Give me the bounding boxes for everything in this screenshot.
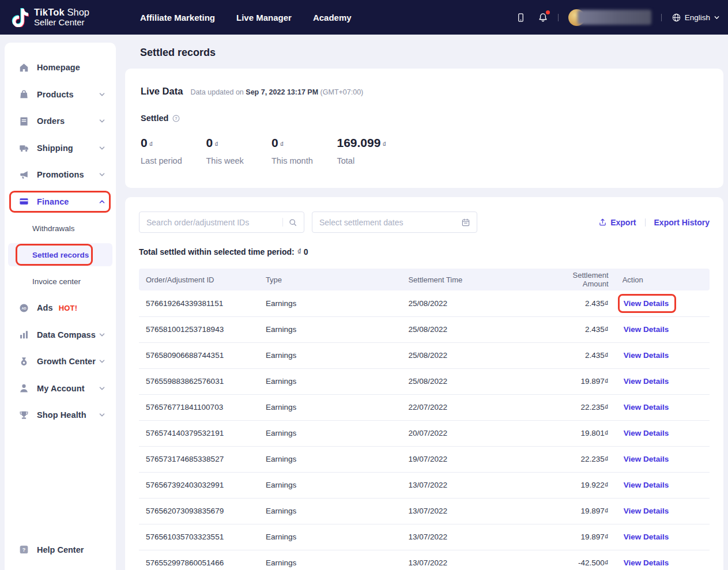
sidebar-subitem-label: Withdrawals [32,224,75,233]
mobile-app-icon[interactable] [516,12,526,23]
nav-link-live-manager[interactable]: Live Manager [236,13,292,22]
help-center-label: Help Center [37,545,84,554]
live-data-card: Live Data Data updated on Sep 7, 2022 13… [125,69,723,188]
medal-icon [18,356,29,367]
view-details-link[interactable]: View Details [624,299,669,308]
action-cell: View Details [616,368,710,394]
updated-prefix: Data updated on [190,88,243,96]
megaphone-icon [18,169,29,180]
globe-icon [672,13,681,22]
record-type: Earnings [259,550,402,570]
view-details-link[interactable]: View Details [624,533,669,541]
view-details-link[interactable]: View Details [624,429,669,437]
settlement-time: 25/08/2022 [401,342,544,368]
settled-records-card: Export Export History Total settled with… [125,197,723,570]
hot-badge: HOT! [59,304,78,312]
bag-icon [18,89,29,100]
record-type: Earnings [259,446,402,472]
sidebar-item-label: Finance [37,197,69,206]
settlement-date-picker[interactable] [312,212,477,233]
orders-icon [18,116,29,127]
search-icon[interactable] [288,218,297,227]
settlement-time: 13/07/2022 [401,498,544,524]
settlement-amount: 22.235₫ [544,394,616,420]
navbar-right: English [516,9,720,26]
order-adjustment-id: 576619264339381151 [139,290,259,316]
search-field[interactable] [139,218,282,227]
stat-value: 0 [271,136,278,149]
date-field[interactable] [312,218,461,227]
table-row: 576552997860051466Earnings13/07/2022-42.… [139,550,710,570]
view-details-link[interactable]: View Details [624,377,669,386]
view-details-link[interactable]: View Details [624,455,669,463]
sidebar-subitem-label: Settled records [32,251,89,259]
settlement-time: 13/07/2022 [401,472,544,498]
view-details-link[interactable]: View Details [624,351,669,360]
export-history-link[interactable]: Export History [654,218,710,227]
settlement-amount: 2.435₫ [544,290,616,316]
question-tooltip-icon[interactable]: ? [172,114,180,123]
settlement-amount: 2.435₫ [544,316,616,342]
record-type: Earnings [259,420,402,446]
nav-link-affiliate-marketing[interactable]: Affiliate Marketing [140,13,215,22]
chevron-up-icon [99,198,105,205]
stat-total: 169.099₫Total [337,136,403,165]
sidebar-item-data-compass[interactable]: Data Compass [5,322,116,349]
settlement-amount: -42.500₫ [544,550,616,570]
sidebar-item-label: Data Compass [37,330,96,339]
divider [645,218,646,227]
settlement-amount: 19.897₫ [544,524,616,550]
order-adjustment-id: 576581001253718943 [139,316,259,342]
record-type: Earnings [259,290,402,316]
sidebar-item-invoice-center[interactable]: Invoice center [5,268,116,295]
record-type: Earnings [259,472,402,498]
sidebar-item-homepage[interactable]: Homepage [5,54,116,81]
divider [558,14,559,21]
sidebar-item-growth-center[interactable]: Growth Center [5,348,116,375]
sidebar-item-help-center[interactable]: ? Help Center [18,544,84,555]
person-icon [18,383,29,394]
sidebar-item-orders[interactable]: Orders [5,108,116,135]
export-button[interactable]: Export [598,218,636,227]
sidebar-item-my-account[interactable]: My Account [5,375,116,402]
sidebar-subitem-label: Invoice center [32,277,81,286]
view-details-link[interactable]: View Details [624,403,669,412]
nav-link-academy[interactable]: Academy [313,13,352,22]
column-header-order-adjustment-id: Order/Adjustment ID [139,269,259,290]
sidebar: HomepageProductsOrdersShippingPromotions… [5,43,116,570]
sidebar-item-settled-records[interactable]: Settled records [5,241,116,268]
sidebar-item-products[interactable]: Products [5,81,116,108]
chevron-down-icon [99,331,105,338]
view-details-link[interactable]: View Details [624,558,669,567]
card-icon [18,196,29,207]
view-details-link[interactable]: View Details [624,325,669,334]
sidebar-item-ads[interactable]: ADAdsHOT! [5,295,116,322]
view-details-link[interactable]: View Details [624,507,669,515]
order-adjustment-id: 576567392403032991 [139,472,259,498]
search-input[interactable] [139,212,304,233]
sidebar-item-label: Promotions [37,170,84,179]
stat-label: Total [337,156,403,165]
table-header-row: Order/Adjustment IDTypeSettlement TimeSe… [139,269,710,290]
sidebar-item-finance[interactable]: Finance [5,188,116,216]
sidebar-item-shipping[interactable]: Shipping [5,135,116,162]
action-cell: View Details [616,420,710,446]
table-row: 576580906688744351Earnings25/08/20222.43… [139,342,710,368]
column-header-type: Type [259,269,402,290]
settlement-time: 13/07/2022 [401,550,544,570]
notification-bell-icon[interactable] [538,12,548,23]
currency-symbol: ₫ [280,140,284,149]
settled-stats: 0₫Last period0₫This week0₫This month169.… [141,136,708,165]
updated-timezone: (GMT+07:00) [320,88,364,96]
calendar-icon[interactable] [461,218,470,227]
view-details-link[interactable]: View Details [624,481,669,489]
input-divider [282,218,283,227]
table-row: 576559883862576031Earnings25/08/202219.8… [139,368,710,394]
record-type: Earnings [259,316,402,342]
sidebar-item-promotions[interactable]: Promotions [5,161,116,188]
sidebar-item-withdrawals[interactable]: Withdrawals [5,215,116,241]
language-selector[interactable]: English [672,13,720,22]
truck-icon [18,142,29,153]
sidebar-item-shop-health[interactable]: Shop Health [5,402,116,429]
tiktok-logo[interactable]: TikTok Shop Seller Center [12,7,89,27]
